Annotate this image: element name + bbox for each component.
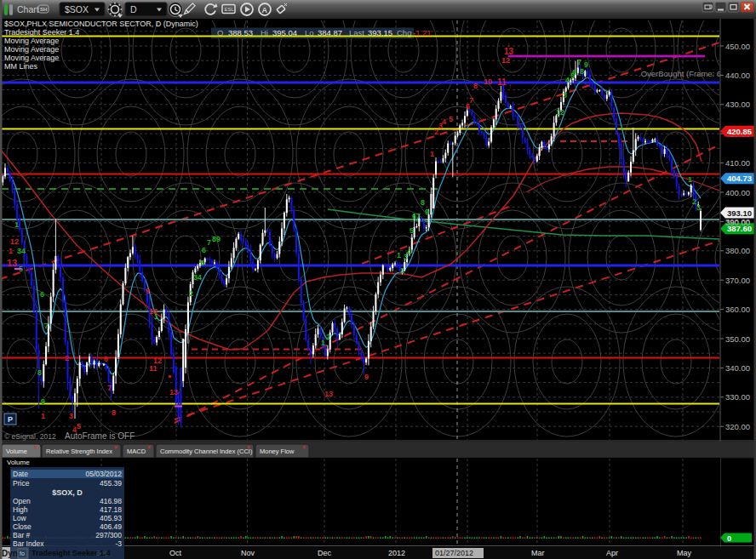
svg-text:D: D bbox=[130, 4, 137, 14]
svg-text:×: × bbox=[34, 444, 37, 450]
svg-text:Close: Close bbox=[13, 522, 32, 531]
svg-text:89: 89 bbox=[212, 235, 220, 243]
svg-text:Dec: Dec bbox=[318, 549, 332, 557]
svg-text:390.00: 390.00 bbox=[725, 218, 750, 227]
svg-text:67: 67 bbox=[412, 212, 421, 220]
svg-text:405.93: 405.93 bbox=[100, 514, 122, 522]
svg-text:34: 34 bbox=[17, 247, 26, 255]
svg-text:4: 4 bbox=[407, 248, 411, 256]
svg-text:2012: 2012 bbox=[388, 549, 405, 557]
svg-text:2: 2 bbox=[326, 333, 330, 341]
svg-text:Tradesight Seeker 1.4: Tradesight Seeker 1.4 bbox=[4, 28, 79, 37]
svg-text:5: 5 bbox=[410, 226, 414, 235]
svg-text:Money Flow: Money Flow bbox=[260, 448, 295, 455]
svg-text:7: 7 bbox=[107, 384, 112, 392]
svg-text:Chart: Chart bbox=[17, 4, 39, 14]
svg-text:7: 7 bbox=[577, 58, 581, 66]
svg-text:400.00: 400.00 bbox=[725, 188, 750, 197]
svg-text:13: 13 bbox=[7, 258, 17, 268]
svg-text:1: 1 bbox=[9, 247, 13, 255]
svg-text:$SOX, D: $SOX, D bbox=[52, 488, 83, 497]
svg-text:7: 7 bbox=[44, 322, 49, 330]
svg-text:Dyn: Dyn bbox=[2, 549, 18, 558]
svg-text:Apr: Apr bbox=[606, 549, 618, 557]
svg-text:×: × bbox=[147, 444, 151, 450]
svg-text:12: 12 bbox=[10, 237, 19, 246]
svg-text:410.00: 410.00 bbox=[725, 158, 750, 168]
svg-text:Mar: Mar bbox=[531, 549, 545, 557]
svg-text:440.00: 440.00 bbox=[725, 71, 750, 80]
svg-text:© eSignal, 2012: © eSignal, 2012 bbox=[4, 432, 56, 441]
svg-text:404.73: 404.73 bbox=[727, 174, 752, 183]
svg-text:330.00: 330.00 bbox=[725, 392, 750, 402]
svg-text:3: 3 bbox=[696, 203, 701, 212]
svg-text:5: 5 bbox=[77, 422, 81, 431]
svg-text:$SOX,PHLX SEMICONDUCTOR SECTOR: $SOX,PHLX SEMICONDUCTOR SECTOR, D (Dynam… bbox=[4, 20, 198, 28]
svg-text:1: 1 bbox=[688, 175, 692, 184]
svg-text:MACD: MACD bbox=[127, 448, 146, 455]
svg-text:11: 11 bbox=[149, 364, 158, 373]
svg-text:P: P bbox=[8, 415, 13, 424]
svg-text:5: 5 bbox=[200, 259, 204, 267]
svg-text:13: 13 bbox=[324, 390, 333, 398]
svg-text:SH: SH bbox=[40, 7, 47, 12]
svg-text:3: 3 bbox=[563, 91, 567, 100]
svg-text:393.10: 393.10 bbox=[727, 208, 752, 218]
svg-text:May: May bbox=[677, 549, 692, 557]
svg-text:430.00: 430.00 bbox=[725, 100, 750, 109]
svg-text:05/03/2012: 05/03/2012 bbox=[85, 470, 122, 478]
svg-text:8: 8 bbox=[112, 408, 116, 417]
svg-text:.OverBought (Frame: 64: .OverBought (Frame: 64 bbox=[639, 69, 725, 78]
svg-text:297/300: 297/300 bbox=[95, 531, 122, 539]
svg-text:360.00: 360.00 bbox=[725, 305, 750, 314]
svg-text:Low: Low bbox=[13, 514, 26, 522]
svg-text:fo: fo bbox=[20, 550, 25, 556]
svg-text:417.18: 417.18 bbox=[100, 505, 122, 514]
svg-text:ESL: ESL bbox=[225, 7, 235, 12]
svg-text:01/27/2012: 01/27/2012 bbox=[435, 549, 473, 557]
svg-text:7: 7 bbox=[469, 96, 473, 105]
svg-text:9: 9 bbox=[41, 397, 45, 406]
svg-text:320.00: 320.00 bbox=[725, 422, 750, 431]
svg-text:370.00: 370.00 bbox=[725, 276, 750, 285]
svg-text:416.98: 416.98 bbox=[100, 497, 122, 505]
svg-text:Moving Average: Moving Average bbox=[4, 45, 59, 54]
svg-text:406.49: 406.49 bbox=[100, 522, 122, 531]
svg-text:Relative Strength Index: Relative Strength Index bbox=[46, 448, 112, 455]
svg-text:High: High bbox=[13, 505, 28, 514]
svg-text:Bar #: Bar # bbox=[13, 531, 31, 539]
svg-text:350.00: 350.00 bbox=[725, 334, 750, 344]
svg-text:380.00: 380.00 bbox=[725, 246, 750, 255]
svg-text:Moving Average: Moving Average bbox=[4, 54, 59, 62]
svg-text:1: 1 bbox=[14, 220, 19, 229]
svg-text:9: 9 bbox=[584, 60, 588, 69]
svg-text:Oct: Oct bbox=[169, 549, 182, 557]
svg-text:450.00: 450.00 bbox=[725, 42, 750, 51]
svg-text:12: 12 bbox=[501, 56, 510, 65]
svg-text:6: 6 bbox=[40, 290, 44, 299]
svg-text:12: 12 bbox=[153, 357, 162, 365]
svg-text:7: 7 bbox=[207, 238, 211, 247]
svg-text:2: 2 bbox=[400, 266, 404, 275]
svg-text:9: 9 bbox=[364, 373, 369, 381]
svg-text:1: 1 bbox=[41, 412, 45, 420]
svg-text:8: 8 bbox=[473, 82, 478, 90]
svg-text:2: 2 bbox=[65, 354, 69, 362]
svg-text:1: 1 bbox=[321, 339, 325, 347]
svg-text:Volume: Volume bbox=[7, 459, 30, 466]
svg-text:↓: ↓ bbox=[507, 41, 510, 48]
svg-text:10: 10 bbox=[149, 307, 158, 316]
svg-text:420.85: 420.85 bbox=[727, 127, 753, 136]
svg-text:-1.21: -1.21 bbox=[413, 28, 432, 37]
svg-text:AutoFrame is OFF: AutoFrame is OFF bbox=[65, 431, 135, 441]
svg-text:12: 12 bbox=[556, 108, 564, 117]
svg-text:Nov: Nov bbox=[241, 549, 255, 557]
svg-text:9: 9 bbox=[146, 287, 150, 295]
svg-text:Bar Index: Bar Index bbox=[13, 539, 44, 548]
svg-text:-3: -3 bbox=[115, 539, 122, 548]
svg-text:$SOX: $SOX bbox=[65, 4, 89, 14]
svg-text:11: 11 bbox=[497, 77, 507, 87]
svg-text:6: 6 bbox=[202, 246, 206, 254]
svg-text:4: 4 bbox=[565, 76, 570, 84]
svg-text:Date: Date bbox=[13, 470, 28, 478]
